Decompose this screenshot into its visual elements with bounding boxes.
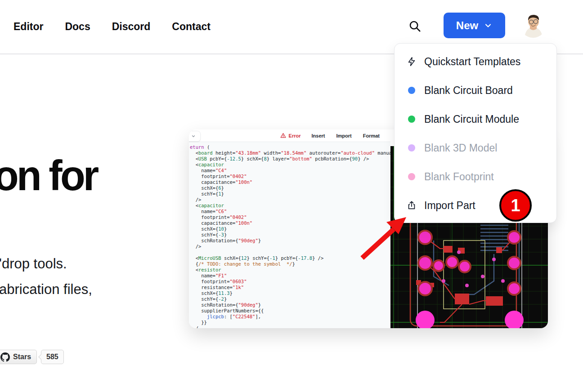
avatar-photo	[520, 12, 546, 38]
chevron-down-icon	[191, 134, 196, 138]
menu-item-blank-footprint[interactable]: Blank Footprint	[395, 162, 556, 191]
menu-item-label: Blank Footprint	[424, 171, 494, 183]
annotation-badge-number: 1	[511, 196, 520, 215]
code-line: resistance="1k"	[190, 285, 390, 290]
code-line: supplierPartNumbers={{	[190, 308, 390, 314]
editor-tab-insert[interactable]: Insert	[312, 133, 325, 138]
code-line: eturn (	[190, 144, 390, 150]
menu-item-blank-circuit-board[interactable]: Blank Circuit Board	[395, 76, 556, 105]
code-line: schY={-3}	[190, 232, 390, 238]
upload-icon-holder	[406, 200, 417, 211]
code-line	[190, 249, 390, 255]
menu-item-label: Blank Circuit Module	[424, 113, 519, 125]
code-content[interactable]: eturn ( <board height="43.18mm" width="1…	[189, 142, 390, 328]
search-icon	[408, 19, 422, 33]
menu-item-label: Blank 3D Model	[424, 142, 497, 154]
lightning-icon-holder	[406, 56, 417, 67]
code-line: <capacitor	[190, 162, 390, 168]
editor-tab-import[interactable]: Import	[336, 133, 351, 138]
code-line: schRotation={"90deg"}	[190, 238, 390, 244]
code-line: schY={1}	[190, 191, 390, 197]
github-stars-count-value: 585	[46, 353, 58, 361]
hero-paragraph-line-1: 'drop tools.	[0, 251, 92, 276]
code-line: {/* TODO: change to the symbol */}	[190, 261, 390, 267]
code-line: capacitance="100n"	[190, 179, 390, 185]
code-line: <resistor	[190, 267, 390, 273]
upload-icon	[407, 200, 417, 210]
lightning-icon	[407, 57, 417, 67]
dot-icon-holder	[406, 143, 417, 153]
code-line: footprint="0603"	[190, 279, 390, 285]
editor-tab-format[interactable]: Format	[363, 133, 380, 138]
hero-paragraph: 'drop tools. abrication files,	[0, 251, 92, 302]
code-line: }}	[190, 320, 390, 325]
code-line: />	[190, 244, 390, 249]
code-editor-pane: Error InsertImportFormat eturn ( <board …	[189, 129, 390, 328]
editor-tabs: InsertImportFormat	[312, 133, 380, 138]
code-line: <USB pcbY={-12.5} schX={8} layer="bottom…	[190, 156, 390, 162]
color-dot-icon	[408, 144, 415, 151]
menu-item-label: Quickstart Templates	[424, 56, 520, 68]
new-button[interactable]: New	[444, 13, 505, 38]
code-line: name="F1"	[190, 273, 390, 279]
github-stars-widget: Stars 585	[0, 350, 64, 364]
chevron-down-icon	[484, 21, 493, 30]
search-button[interactable]	[407, 18, 423, 34]
menu-item-label: Blank Circuit Board	[424, 85, 513, 97]
code-line: footprint="0402"	[190, 174, 390, 179]
color-dot-icon	[408, 173, 415, 180]
error-indicator[interactable]: Error	[280, 133, 301, 138]
nav-link-editor[interactable]: Editor	[13, 21, 43, 33]
menu-item-blank-circuit-module[interactable]: Blank Circuit Module	[395, 105, 556, 134]
code-line: <MicroUSB schX={12} schY={-1} pcbY={-17.…	[190, 255, 390, 261]
new-dropdown-menu: Quickstart TemplatesBlank Circuit BoardB…	[394, 43, 557, 223]
code-line: name="C6"	[190, 209, 390, 214]
menu-item-label: Import Part	[424, 200, 475, 212]
nav-links: EditorDocsDiscordContact	[13, 0, 211, 53]
editor-toolbar: Error InsertImportFormat	[189, 129, 390, 142]
code-line: <capacitor	[190, 203, 390, 209]
menu-item-import-part[interactable]: Import Part	[395, 191, 556, 220]
code-line: <board height="43.18mm" width="18.54mm" …	[190, 150, 390, 156]
hero-paragraph-line-2: abrication files,	[0, 276, 92, 302]
count-notch	[38, 354, 43, 359]
error-label: Error	[289, 133, 301, 138]
color-dot-icon	[408, 116, 415, 123]
code-line: /	[190, 325, 390, 328]
dot-icon-holder	[406, 171, 417, 182]
github-stars-label: Stars	[13, 353, 31, 361]
code-line: schRotation={"90deg"}	[190, 302, 390, 308]
nav-link-discord[interactable]: Discord	[112, 21, 151, 33]
menu-item-blank-3d-model[interactable]: Blank 3D Model	[395, 134, 556, 162]
file-menu-chip[interactable]	[189, 131, 201, 142]
code-line: capacitance="100n"	[190, 220, 390, 226]
code-line: />	[190, 197, 390, 203]
code-line: schY={-2}	[190, 296, 390, 302]
nav-link-contact[interactable]: Contact	[172, 21, 211, 33]
avatar[interactable]	[520, 12, 546, 38]
code-line: name="C4"	[190, 168, 390, 174]
color-dot-icon	[408, 87, 415, 94]
code-line: schX={11.3}	[190, 290, 390, 296]
annotation-badge: 1	[499, 189, 532, 222]
code-line: schX={10}	[190, 226, 390, 232]
new-button-label: New	[456, 19, 478, 32]
hero-heading: on for	[0, 152, 97, 199]
dot-icon-holder	[406, 85, 417, 96]
menu-item-quickstart-templates[interactable]: Quickstart Templates	[395, 47, 556, 76]
page: EditorDocsDiscordContact New	[0, 0, 583, 392]
dot-icon-holder	[406, 114, 417, 125]
github-stars-button[interactable]: Stars	[0, 350, 37, 364]
nav-link-docs[interactable]: Docs	[65, 21, 90, 33]
github-icon	[0, 352, 10, 362]
github-stars-count[interactable]: 585	[41, 350, 64, 364]
code-line: footprint="0402"	[190, 214, 390, 220]
code-line: jlcpcb: ["C22548"],	[190, 314, 390, 320]
code-line: schX={6}	[190, 185, 390, 191]
warning-icon	[280, 133, 286, 138]
